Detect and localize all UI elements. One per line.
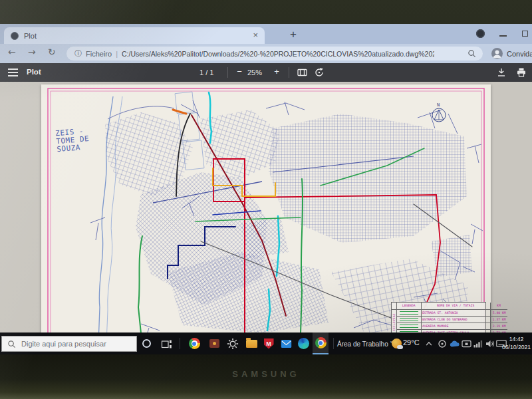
search-icon xyxy=(7,340,16,348)
reload-icon[interactable]: ↻ xyxy=(48,47,56,57)
pdf-content-area[interactable]: ZEIS - TOME DE SOUZA N CICLOVIAS xyxy=(0,82,532,332)
desktop-toolbar-label[interactable]: Área de Trabalho» xyxy=(337,339,393,348)
zoom-level[interactable]: 25% xyxy=(247,68,262,76)
toolbar-divider xyxy=(227,67,228,78)
route-swatch-icon xyxy=(400,311,418,315)
window-minimize-button[interactable] xyxy=(499,35,507,37)
laptop-brand-logo: SAMSUNG xyxy=(0,369,532,379)
profile-avatar[interactable] xyxy=(491,48,503,59)
zoom-out-button[interactable]: − xyxy=(234,66,245,76)
tray-snip-icon[interactable] xyxy=(460,335,472,352)
pdf-document-title: Plot xyxy=(27,68,41,76)
edge-icon[interactable] xyxy=(295,335,311,352)
omnibox-search-icon[interactable] xyxy=(467,49,476,58)
tab-close-icon[interactable]: × xyxy=(253,30,258,41)
plot-sheet: ZEIS - TOME DE SOUZA N CICLOVIAS xyxy=(41,84,491,332)
browser-tab[interactable]: Plot × xyxy=(4,27,265,44)
windows-taskbar: M Área de Trabalho» 29°C xyxy=(0,332,532,354)
clock-date: 06/10/2021 xyxy=(501,344,532,352)
clock-time: 14:42 xyxy=(501,336,532,344)
laptop-screen: Plot × + ← → ↻ ⓘ Ficheiro | C:/Users/Ale… xyxy=(0,24,532,354)
street-network xyxy=(105,110,472,332)
city-map-svg: ZEIS - TOME DE SOUZA N xyxy=(41,84,491,332)
temperature-label[interactable]: 29°C xyxy=(403,338,420,346)
url-omnibox[interactable]: ⓘ Ficheiro | C:/Users/Aleks%20Palitot/Do… xyxy=(66,47,483,61)
print-icon[interactable] xyxy=(516,67,527,78)
tray-cloud-icon[interactable] xyxy=(448,335,460,352)
laptop-bezel: SAMSUNG xyxy=(0,354,532,399)
new-tab-button[interactable]: + xyxy=(285,27,302,43)
tray-volume-icon[interactable] xyxy=(484,335,496,352)
pdf-menu-icon[interactable] xyxy=(8,68,18,76)
legend-row: AVENIDA MAMORE 3.19 KM xyxy=(397,323,507,330)
back-icon[interactable]: ← xyxy=(8,47,16,57)
svg-text:SOUZA: SOUZA xyxy=(57,143,81,154)
briefcase-app-icon[interactable] xyxy=(206,335,222,352)
taskbar-search-box[interactable] xyxy=(1,336,137,352)
chrome-taskbar-icon[interactable] xyxy=(186,335,202,352)
route-green-west xyxy=(138,236,142,332)
legend-header-km: KM xyxy=(497,304,501,308)
url-separator: | xyxy=(116,50,118,58)
zoom-in-button[interactable]: + xyxy=(271,66,282,76)
legend-row: ESTRADA ST. ANTONIO 5.40 KM xyxy=(397,310,507,317)
rotate-icon[interactable] xyxy=(314,67,325,78)
fit-page-icon[interactable] xyxy=(297,67,308,78)
tray-sync-icon[interactable] xyxy=(436,335,448,352)
browser-update-icon[interactable] xyxy=(476,29,485,38)
profile-name[interactable]: Convidado xyxy=(507,50,532,58)
route-swatch-icon xyxy=(400,318,418,321)
page-info-icon[interactable]: ⓘ xyxy=(74,49,82,59)
taskbar-divider xyxy=(333,338,334,349)
weather-icon[interactable] xyxy=(388,335,404,352)
file-explorer-icon[interactable] xyxy=(243,335,259,352)
tab-title: Plot xyxy=(24,32,37,40)
cortana-icon[interactable] xyxy=(138,335,154,352)
legend-table: CICLOVIAS LEGENDA NOME DA VIA / TOTAIS K… xyxy=(391,302,486,332)
mcafee-shield-icon[interactable]: M xyxy=(261,335,277,352)
settings-gear-icon[interactable] xyxy=(225,335,241,352)
url-scheme-label: Ficheiro xyxy=(86,50,112,58)
taskbar-divider xyxy=(180,338,180,349)
forward-icon[interactable]: → xyxy=(28,47,36,57)
tray-network-icon[interactable] xyxy=(472,335,484,352)
task-view-icon[interactable] xyxy=(158,335,174,352)
browser-tab-bar: Plot × + xyxy=(0,24,532,44)
browser-address-bar: ← → ↻ ⓘ Ficheiro | C:/Users/Aleks%20Pali… xyxy=(0,44,532,63)
url-text: C:/Users/Aleks%20Palitot/Downloads/2%20-… xyxy=(122,50,434,58)
tray-chevron-up-icon[interactable] xyxy=(423,335,435,352)
taskbar-search-input[interactable] xyxy=(20,339,130,348)
route-swatch-icon xyxy=(400,325,418,328)
page-counter: 1 / 1 xyxy=(200,68,213,76)
pdf-toolbar: Plot 1 / 1 − 25% + xyxy=(0,63,532,82)
mail-icon[interactable] xyxy=(278,335,294,352)
legend-header-row: LEGENDA NOME DA VIA / TOTAIS KM xyxy=(397,303,507,310)
window-maximize-button[interactable] xyxy=(522,31,528,37)
svg-text:N: N xyxy=(437,102,440,108)
download-icon[interactable] xyxy=(496,67,507,78)
legend-header-nome: NOME DA VIA / TOTAIS xyxy=(437,304,474,308)
toolbar-divider xyxy=(289,67,289,78)
legend-header-legenda: LEGENDA xyxy=(402,304,416,308)
zeis-label: ZEIS - TOME DE SOUZA xyxy=(55,126,90,154)
legend-group-label: CICLOVIAS xyxy=(392,313,396,331)
taskbar-clock[interactable]: 14:42 06/10/2021 xyxy=(501,336,532,351)
tab-favicon-icon xyxy=(11,32,19,40)
legend-row: ESTRADA CLUB DO VETERANO 1.37 KM xyxy=(397,317,507,323)
chrome-active-taskbar-icon[interactable] xyxy=(313,332,329,354)
